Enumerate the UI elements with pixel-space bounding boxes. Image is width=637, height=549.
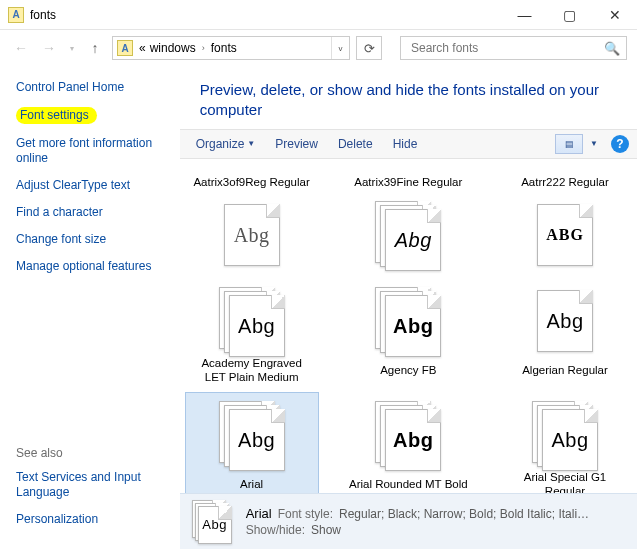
view-toggle[interactable]: ▤: [555, 134, 583, 154]
font-item[interactable]: Abg Academy Engraved LET Plain Medium: [186, 279, 318, 393]
toolbar: Organize▼ Preview Delete Hide ▤ ▼ ?: [180, 129, 637, 160]
grid-row: Abg Academy Engraved LET Plain Medium Ab…: [186, 279, 631, 393]
minimize-button[interactable]: —: [502, 0, 547, 30]
font-glyph: Abg: [551, 429, 588, 452]
sidebar-item-get-more-font-info[interactable]: Get more font information online: [16, 136, 170, 166]
search-box[interactable]: 🔍: [400, 36, 627, 60]
font-thumb: Abg: [530, 401, 600, 471]
font-glyph: Abg: [393, 429, 433, 452]
close-button[interactable]: ✕: [592, 0, 637, 30]
font-label: Arial: [188, 471, 316, 493]
font-glyph: Abg: [234, 224, 270, 247]
font-label: Algerian Regular: [501, 357, 629, 385]
grid-row: Abg Arial Abg Arial Rounded MT Bold: [186, 393, 631, 493]
address-dropdown[interactable]: v: [331, 37, 349, 59]
see-also-personalization[interactable]: Personalization: [16, 512, 170, 527]
details-font-style-val: Regular; Black; Narrow; Bold; Bold Itali…: [339, 507, 589, 521]
fonts-app-icon: A: [117, 40, 133, 56]
right-pane: Preview, delete, or show and hide the fo…: [180, 66, 637, 549]
font-item[interactable]: Aatrix39Fine Regular Abg: [342, 165, 474, 279]
sidebar-item-adjust-cleartype[interactable]: Adjust ClearType text: [16, 178, 170, 193]
nav-row: ← → ▾ ↑ A « windows › fonts v ⟳ 🔍: [0, 30, 637, 66]
details-pane: Abg Arial Font style: Regular; Black; Na…: [180, 493, 637, 549]
sidebar-item-find-character[interactable]: Find a character: [16, 205, 170, 220]
font-thumb: Abg: [217, 401, 287, 471]
font-label: Arial Special G1 Regular: [501, 471, 629, 493]
font-item[interactable]: Abg Algerian Regular: [499, 279, 631, 393]
refresh-button[interactable]: ⟳: [356, 36, 382, 60]
font-glyph: Abg: [238, 429, 275, 452]
fonts-app-icon: A: [8, 7, 24, 23]
font-label: Aatrix39Fine Regular: [344, 169, 472, 197]
details-font-name: Arial: [246, 506, 272, 521]
back-button[interactable]: ←: [10, 37, 32, 59]
chevron-right-icon: ›: [198, 43, 209, 53]
address-crumb[interactable]: windows: [148, 41, 198, 55]
font-thumb: Abg: [217, 287, 287, 357]
font-glyph: Abg: [395, 229, 432, 252]
details-thumb: Abg: [190, 500, 234, 544]
font-thumb: Abg: [530, 287, 600, 357]
search-icon[interactable]: 🔍: [602, 41, 622, 56]
details-font-style-key: Font style:: [278, 507, 333, 521]
font-item-selected[interactable]: Abg Arial: [186, 393, 318, 493]
address-bar[interactable]: A « windows › fonts v: [112, 36, 350, 60]
font-label: Aatrix3of9Reg Regular: [188, 169, 316, 197]
history-dropdown[interactable]: ▾: [66, 44, 78, 53]
sidebar-item-font-settings[interactable]: Font settings: [16, 107, 97, 124]
font-thumb: Abg: [373, 287, 443, 357]
see-also-heading: See also: [16, 446, 170, 460]
font-glyph: Abg: [238, 315, 275, 338]
details-showhide-key: Show/hide:: [246, 523, 305, 537]
view-dropdown[interactable]: ▼: [587, 139, 601, 148]
see-also-text-services[interactable]: Text Services and Input Language: [16, 470, 170, 500]
up-button[interactable]: ↑: [84, 37, 106, 59]
address-prefix: «: [137, 41, 148, 55]
window-title: fonts: [30, 8, 56, 22]
font-glyph: ABG: [546, 226, 584, 244]
font-label: Academy Engraved LET Plain Medium: [188, 357, 316, 385]
forward-button[interactable]: →: [38, 37, 60, 59]
left-pane: Control Panel Home Font settings Get mor…: [0, 66, 180, 549]
font-item[interactable]: Aatrr222 Regular ABG: [499, 165, 631, 279]
font-thumb: Abg: [373, 201, 443, 271]
delete-button[interactable]: Delete: [330, 133, 381, 155]
sidebar-item-change-font-size[interactable]: Change font size: [16, 232, 170, 247]
font-item[interactable]: Abg Arial Special G1 Regular: [499, 393, 631, 493]
font-item[interactable]: Abg Agency FB: [342, 279, 474, 393]
preview-button[interactable]: Preview: [267, 133, 326, 155]
font-item[interactable]: Aatrix3of9Reg Regular Abg: [186, 165, 318, 279]
font-glyph: Abg: [393, 315, 433, 338]
organize-button[interactable]: Organize▼: [188, 133, 264, 155]
sidebar-item-control-panel-home[interactable]: Control Panel Home: [16, 80, 170, 95]
search-input[interactable]: [409, 40, 602, 56]
details-showhide-val: Show: [311, 523, 341, 537]
font-thumb: ABG: [530, 201, 600, 271]
help-button[interactable]: ?: [611, 135, 629, 153]
hide-button[interactable]: Hide: [385, 133, 426, 155]
font-glyph: Abg: [202, 517, 227, 532]
sidebar-item-manage-optional-features[interactable]: Manage optional features: [16, 259, 170, 274]
caret-down-icon: ▼: [247, 139, 255, 148]
font-label: Aatrr222 Regular: [501, 169, 629, 197]
font-item[interactable]: Abg Arial Rounded MT Bold: [342, 393, 474, 493]
address-crumb[interactable]: fonts: [209, 41, 239, 55]
page-heading: Preview, delete, or show and hide the fo…: [180, 66, 637, 125]
grid-row: Aatrix3of9Reg Regular Abg Aatrix39Fine R…: [186, 165, 631, 279]
font-label: Arial Rounded MT Bold: [344, 471, 472, 493]
font-glyph: Abg: [546, 310, 583, 333]
maximize-button[interactable]: ▢: [547, 0, 592, 30]
font-grid: Aatrix3of9Reg Regular Abg Aatrix39Fine R…: [180, 159, 637, 493]
font-label: Agency FB: [344, 357, 472, 385]
font-thumb: Abg: [217, 201, 287, 271]
titlebar: A fonts — ▢ ✕: [0, 0, 637, 30]
font-thumb: Abg: [373, 401, 443, 471]
